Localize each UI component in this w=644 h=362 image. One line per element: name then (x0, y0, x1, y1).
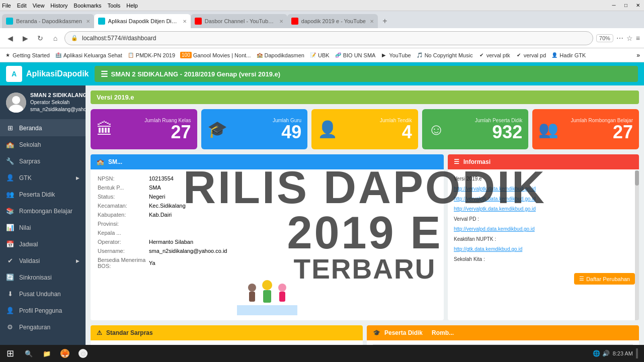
bookmark-youtube[interactable]: ▶YouTube (380, 52, 411, 59)
info-scrollbar-track[interactable] (635, 170, 639, 320)
tab-close-4[interactable]: ✕ (370, 19, 374, 24)
user-name: SMAN 2 SIDIKALANG (30, 92, 86, 99)
taskbar-search[interactable]: 🔍 (20, 346, 37, 360)
sidebar-item-rombongan[interactable]: 📚 Rombongan Belajar (0, 203, 86, 219)
tab-close-2[interactable]: ✕ (183, 19, 187, 24)
menu-bookmarks[interactable]: Bookmarks (74, 3, 102, 9)
menu-history[interactable]: History (50, 3, 67, 9)
start-button[interactable]: ⊞ (2, 346, 18, 360)
hamburger-icon[interactable]: ☰ (101, 69, 108, 79)
taskbar-firefox[interactable]: 🦊 (56, 346, 73, 360)
bookmark-keluarga-sehat[interactable]: 🏥Aplikasi Keluarga Sehat (55, 52, 122, 59)
sidebar-item-profil[interactable]: 👤 Profil Pengguna (0, 302, 86, 319)
stat-card-peserta: ☺ Jumlah Peserta Didik 932 (422, 109, 529, 149)
rombongan-icon: 📚 (6, 207, 14, 215)
informasi-icon: ☰ (454, 158, 459, 165)
stats-row: 🏛 Jumlah Ruang Kelas 27 🎓 Jumlah Guru 49… (91, 109, 639, 149)
maximize-button[interactable]: □ (622, 2, 630, 10)
info-scrollbar-thumb[interactable] (635, 170, 639, 186)
sidebar-item-beranda[interactable]: ⊞ Beranda (0, 120, 86, 136)
bookmark-icon[interactable]: ☆ (626, 34, 633, 42)
menu-file[interactable]: File (2, 3, 11, 9)
volume-icon[interactable]: 🔊 (602, 350, 610, 357)
close-button[interactable]: ✕ (634, 2, 642, 10)
school-panel-body: NPSN:10213554 Bentuk P...SMA Status:Nege… (91, 169, 444, 320)
sidebar-item-sarpras[interactable]: 🔧 Sarpras (0, 153, 86, 169)
stat-card-guru: 🎓 Jumlah Guru 49 (201, 109, 308, 149)
menu-tools[interactable]: Tools (108, 3, 121, 9)
main-content[interactable]: Versi 2019.e 🏛 Jumlah Ruang Kelas 27 🎓 J… (86, 85, 644, 362)
bookmark-hadir-gtk[interactable]: 👤Hadir GTK (551, 52, 586, 59)
sidebar-item-peserta-didik[interactable]: 👥 Peserta Didik (0, 186, 86, 203)
svg-point-1 (12, 96, 20, 104)
minimize-button[interactable]: ─ (610, 2, 618, 10)
sidebar-item-validasi[interactable]: ✔ Validasi ▶ (0, 252, 86, 269)
bookmark-ganool[interactable]: 100Ganool Movies | Nont... (180, 52, 251, 58)
forward-button[interactable]: ▶ (19, 32, 31, 44)
table-row: Bentuk P...SMA (98, 184, 437, 192)
home-button[interactable]: ⌂ (49, 32, 61, 44)
browser-tab-2[interactable]: Aplikasi Dapodik Ditjen Dikdas... ✕ (94, 14, 191, 28)
bookmark-dapodikdasmen[interactable]: 🏫Dapodikdasmen (256, 52, 305, 59)
taskbar-file-explorer[interactable]: 📁 (38, 346, 55, 360)
sidebar-item-tentang[interactable]: ℹ Tentang (0, 335, 86, 341)
daftar-perubahan-button[interactable]: ☰ Daftar Perubahan (574, 273, 635, 285)
bookmark-no-copyright[interactable]: 🎵No Copyright Music (416, 52, 473, 59)
informasi-title: Informasi (463, 158, 491, 165)
info-line-1: Versi 2019.e (454, 174, 633, 184)
bookmarks-more-icon[interactable]: » (636, 52, 640, 59)
rombongan-stat-icon: 👥 (538, 120, 558, 139)
sidebar-item-gtk[interactable]: 👤 GTK ▶ (0, 169, 86, 186)
tab-favicon-1 (6, 18, 13, 25)
extensions-icon[interactable]: ⋯ (616, 34, 623, 42)
taskbar-clock[interactable]: 8:23 AM (613, 350, 633, 356)
bookmark-bio-un[interactable]: 🧬BIO UN SMA (335, 52, 376, 59)
new-tab-button[interactable]: + (378, 14, 392, 28)
sidebar-user: SMAN 2 SIDIKALANG Operator Sekolah sma_n… (0, 85, 86, 120)
main-area: SMAN 2 SIDIKALANG Operator Sekolah sma_n… (0, 85, 644, 362)
browser-tab-4[interactable]: dapodik 2019 e - YouTube ✕ (287, 14, 378, 28)
sidebar-icon[interactable]: ≡ (636, 34, 640, 42)
info-link-2[interactable]: http://vervalptk.data.kemdikbud.go.id (454, 195, 633, 204)
sidebar-item-jadwal[interactable]: 📅 Jadwal (0, 236, 86, 252)
back-button[interactable]: ◀ (4, 32, 16, 44)
bookmark-getting-started[interactable]: ★Getting Started (4, 52, 50, 59)
zoom-level[interactable]: 70% (596, 34, 613, 42)
sidebar-item-pusat-unduhan[interactable]: ⬇ Pusat Unduhan (0, 286, 86, 302)
keaktifan-link[interactable]: http://gtk.data.kemdikbud.go.id (454, 245, 633, 254)
browser-tab-3[interactable]: Dasbor Channel - YouTube Stu... ✕ (191, 14, 287, 28)
verval-pd-link[interactable]: http://vervalpd.data.kemdikbud.go.id (454, 225, 633, 234)
menu-view[interactable]: View (33, 3, 45, 9)
address-bar-actions[interactable]: ⋯ ☆ ≡ (616, 34, 640, 42)
taskbar-chrome[interactable]: ⊙ (74, 346, 92, 360)
show-desktop-button[interactable] (636, 348, 638, 358)
bookmark-verval-ptk[interactable]: ✔verval ptk (478, 52, 510, 59)
network-icon[interactable]: 🌐 (593, 350, 600, 357)
menu-help[interactable]: Help (126, 3, 138, 9)
info-link-1[interactable]: http://vervalptk.data.kemdikbud.go.id (454, 185, 633, 194)
bio-icon: 🧬 (335, 52, 342, 59)
bookmark-verval-pd[interactable]: ✔verval pd (515, 52, 546, 59)
ubk-icon: 📝 (309, 52, 316, 59)
sidebar-item-pengaturan[interactable]: ⚙ Pengaturan (0, 319, 86, 335)
sidebar-item-sinkronisasi[interactable]: 🔄 Sinkronisasi (0, 269, 86, 286)
sekolah-icon: 🏫 (6, 141, 14, 148)
sidebar-item-nilai[interactable]: 📊 Nilai (0, 219, 86, 236)
tab-close-3[interactable]: ✕ (279, 19, 283, 24)
school-header-bar: ☰ SMAN 2 SIDIKALANG - 2018/2019 Genap (v… (95, 66, 638, 82)
url-bar[interactable]: 🔒 localhost:5774/#/dashboard (64, 31, 593, 45)
browser-tab-1[interactable]: Beranda - Dapodikdasmen ✕ (2, 14, 94, 28)
bookmark-ubk[interactable]: 📝UBK (309, 52, 330, 59)
bookmark-pmdk[interactable]: 📋PMDK-PN 2019 (127, 52, 175, 59)
info-link-3[interactable]: http://vervalptk.data.kemdikbud.go.id (454, 205, 633, 214)
window-controls[interactable]: ─ □ ✕ (610, 2, 642, 10)
tab-close-1[interactable]: ✕ (86, 19, 90, 24)
menu-edit[interactable]: Edit (17, 3, 27, 9)
reload-button[interactable]: ↻ (34, 32, 46, 44)
verval-pd-icon: ✔ (515, 52, 522, 59)
sidebar-item-sekolah[interactable]: 🏫 Sekolah (0, 136, 86, 153)
menu-bar[interactable]: File Edit View History Bookmarks Tools H… (2, 3, 138, 9)
peserta-didik-icon: 👥 (6, 191, 14, 198)
panels-row: 🏫 SM... NPSN:10213554 Bentuk P...SMA Sta… (91, 154, 639, 320)
sarpras-label: Sarpras (19, 158, 40, 165)
